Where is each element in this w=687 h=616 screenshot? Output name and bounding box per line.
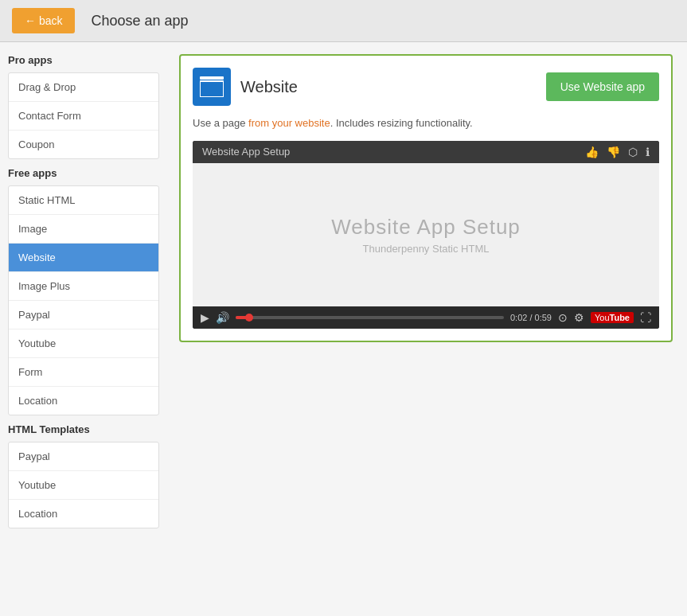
video-preview-title: Website App Setup xyxy=(331,215,521,240)
sidebar-item-contact-form[interactable]: Contact Form xyxy=(9,102,158,131)
pro-apps-title: Pro apps xyxy=(8,54,159,66)
app-header-left: Website xyxy=(193,68,298,106)
sidebar: Pro apps Drag & Drop Contact Form Coupon… xyxy=(0,42,167,548)
sidebar-item-static-html[interactable]: Static HTML xyxy=(9,186,158,215)
main-content: Website Use Website app Use a page from … xyxy=(167,42,687,548)
sidebar-item-image-plus[interactable]: Image Plus xyxy=(9,272,158,301)
free-apps-list: Static HTML Image Website Image Plus Pay… xyxy=(8,185,159,415)
video-topbar-icons: 👍 👎 ⬡ ℹ xyxy=(585,146,650,158)
main-layout: Pro apps Drag & Drop Contact Form Coupon… xyxy=(0,42,687,548)
app-card: Website Use Website app Use a page from … xyxy=(179,54,673,342)
video-preview-subtitle: Thunderpenny Static HTML xyxy=(363,243,490,255)
progress-dot xyxy=(245,314,253,322)
sidebar-item-tpl-paypal[interactable]: Paypal xyxy=(9,443,158,471)
settings-gear-icon[interactable]: ⚙ xyxy=(574,311,584,324)
html-templates-list: Paypal Youtube Location xyxy=(8,442,159,528)
video-preview: Website App Setup Thunderpenny Static HT… xyxy=(193,163,659,306)
sidebar-item-drag-drop[interactable]: Drag & Drop xyxy=(9,73,158,102)
sidebar-item-tpl-location[interactable]: Location xyxy=(9,500,158,528)
app-description: Use a page from your website. Includes r… xyxy=(193,115,659,131)
desc-plain: Use a page xyxy=(193,117,248,129)
video-topbar: Website App Setup 👍 👎 ⬡ ℹ xyxy=(193,141,659,163)
header: ← back Choose an app xyxy=(0,0,687,42)
sidebar-item-paypal[interactable]: Paypal xyxy=(9,301,158,329)
app-name: Website xyxy=(240,78,298,96)
volume-icon[interactable]: 🔊 xyxy=(216,311,229,324)
share-icon[interactable]: ⬡ xyxy=(628,146,638,158)
pro-apps-list: Drag & Drop Contact Form Coupon xyxy=(8,72,159,159)
svg-rect-0 xyxy=(200,76,224,80)
thumbs-down-icon[interactable]: 👎 xyxy=(607,146,620,158)
back-button[interactable]: ← back xyxy=(12,8,75,33)
play-icon[interactable]: ▶ xyxy=(201,311,209,324)
video-container: Website App Setup 👍 👎 ⬡ ℹ Website App Se… xyxy=(193,141,659,329)
free-apps-title: Free apps xyxy=(8,167,159,179)
progress-bar[interactable] xyxy=(236,316,504,319)
sidebar-item-tpl-youtube[interactable]: Youtube xyxy=(9,471,158,500)
video-time: 0:02 / 0:59 xyxy=(510,313,552,322)
app-header: Website Use Website app xyxy=(193,68,659,106)
svg-rect-1 xyxy=(200,81,224,97)
sidebar-item-youtube[interactable]: Youtube xyxy=(9,329,158,358)
sidebar-item-coupon[interactable]: Coupon xyxy=(9,131,158,158)
html-templates-title: HTML Templates xyxy=(8,423,159,435)
sidebar-item-image[interactable]: Image xyxy=(9,215,158,244)
settings-circle-icon[interactable]: ⊙ xyxy=(558,311,568,324)
page-title: Choose an app xyxy=(91,13,188,29)
sidebar-item-location[interactable]: Location xyxy=(9,387,158,415)
desc-end: . Includes resizing functionality. xyxy=(330,117,473,129)
youtube-logo: YouTube xyxy=(591,312,634,323)
info-icon[interactable]: ℹ xyxy=(646,146,650,158)
desc-highlight: from your website xyxy=(248,117,330,129)
sidebar-item-form[interactable]: Form xyxy=(9,358,158,387)
app-icon xyxy=(193,68,231,106)
thumbs-up-icon[interactable]: 👍 xyxy=(585,146,599,158)
use-website-app-button[interactable]: Use Website app xyxy=(546,72,659,101)
video-controls: ▶ 🔊 0:02 / 0:59 ⊙ ⚙ YouTube ⛶ xyxy=(193,306,659,329)
video-topbar-title: Website App Setup xyxy=(202,146,290,158)
sidebar-item-website[interactable]: Website xyxy=(9,244,158,272)
fullscreen-icon[interactable]: ⛶ xyxy=(640,311,651,324)
